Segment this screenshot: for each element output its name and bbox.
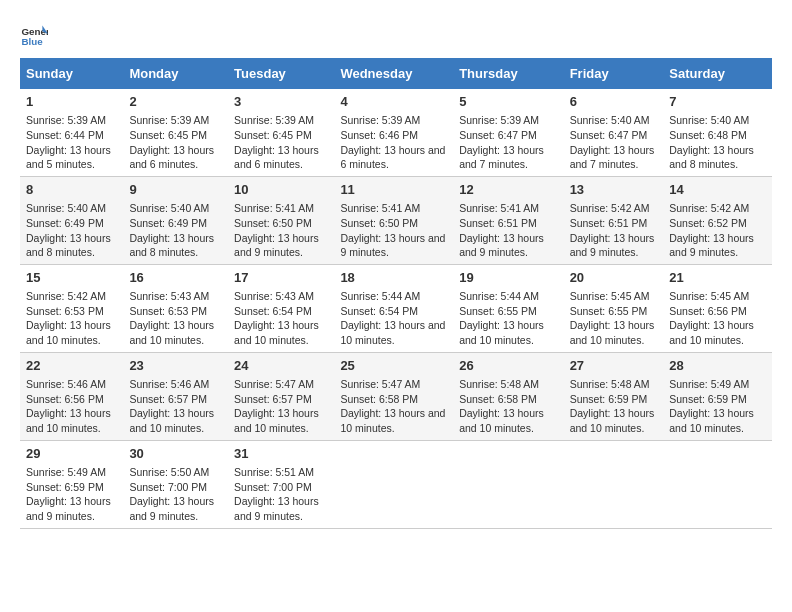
day-info: Sunrise: 5:39 AM Sunset: 6:47 PM Dayligh…: [459, 113, 557, 172]
calendar-body: 1 Sunrise: 5:39 AM Sunset: 6:44 PM Dayli…: [20, 89, 772, 528]
day-info: Sunrise: 5:42 AM Sunset: 6:53 PM Dayligh…: [26, 289, 117, 348]
day-cell: 20 Sunrise: 5:45 AM Sunset: 6:55 PM Dayl…: [564, 264, 664, 352]
day-cell: 1 Sunrise: 5:39 AM Sunset: 6:44 PM Dayli…: [20, 89, 123, 176]
day-cell: 4 Sunrise: 5:39 AM Sunset: 6:46 PM Dayli…: [334, 89, 453, 176]
svg-text:Blue: Blue: [21, 36, 43, 47]
column-header-monday: Monday: [123, 58, 228, 89]
day-number: 6: [570, 93, 658, 111]
day-info: Sunrise: 5:47 AM Sunset: 6:58 PM Dayligh…: [340, 377, 447, 436]
day-info: Sunrise: 5:39 AM Sunset: 6:45 PM Dayligh…: [129, 113, 222, 172]
column-header-saturday: Saturday: [663, 58, 772, 89]
day-cell: 6 Sunrise: 5:40 AM Sunset: 6:47 PM Dayli…: [564, 89, 664, 176]
day-info: Sunrise: 5:45 AM Sunset: 6:55 PM Dayligh…: [570, 289, 658, 348]
day-info: Sunrise: 5:46 AM Sunset: 6:57 PM Dayligh…: [129, 377, 222, 436]
day-info: Sunrise: 5:40 AM Sunset: 6:49 PM Dayligh…: [129, 201, 222, 260]
day-info: Sunrise: 5:48 AM Sunset: 6:58 PM Dayligh…: [459, 377, 557, 436]
day-info: Sunrise: 5:40 AM Sunset: 6:49 PM Dayligh…: [26, 201, 117, 260]
day-info: Sunrise: 5:39 AM Sunset: 6:46 PM Dayligh…: [340, 113, 447, 172]
day-number: 27: [570, 357, 658, 375]
logo-icon: General Blue: [20, 20, 48, 48]
day-number: 11: [340, 181, 447, 199]
day-info: Sunrise: 5:41 AM Sunset: 6:51 PM Dayligh…: [459, 201, 557, 260]
day-number: 26: [459, 357, 557, 375]
day-number: 2: [129, 93, 222, 111]
day-number: 23: [129, 357, 222, 375]
week-row-5: 29 Sunrise: 5:49 AM Sunset: 6:59 PM Dayl…: [20, 440, 772, 528]
logo: General Blue: [20, 20, 52, 48]
day-info: Sunrise: 5:41 AM Sunset: 6:50 PM Dayligh…: [234, 201, 328, 260]
day-cell: 14 Sunrise: 5:42 AM Sunset: 6:52 PM Dayl…: [663, 176, 772, 264]
calendar-header: SundayMondayTuesdayWednesdayThursdayFrid…: [20, 58, 772, 89]
day-info: Sunrise: 5:49 AM Sunset: 6:59 PM Dayligh…: [669, 377, 766, 436]
day-cell: 21 Sunrise: 5:45 AM Sunset: 6:56 PM Dayl…: [663, 264, 772, 352]
day-number: 13: [570, 181, 658, 199]
day-cell: [453, 440, 563, 528]
day-number: 25: [340, 357, 447, 375]
day-cell: [663, 440, 772, 528]
day-cell: 16 Sunrise: 5:43 AM Sunset: 6:53 PM Dayl…: [123, 264, 228, 352]
day-number: 19: [459, 269, 557, 287]
day-info: Sunrise: 5:42 AM Sunset: 6:51 PM Dayligh…: [570, 201, 658, 260]
day-info: Sunrise: 5:51 AM Sunset: 7:00 PM Dayligh…: [234, 465, 328, 524]
column-header-friday: Friday: [564, 58, 664, 89]
day-number: 8: [26, 181, 117, 199]
header-row: SundayMondayTuesdayWednesdayThursdayFrid…: [20, 58, 772, 89]
day-number: 20: [570, 269, 658, 287]
day-number: 31: [234, 445, 328, 463]
day-number: 21: [669, 269, 766, 287]
day-info: Sunrise: 5:47 AM Sunset: 6:57 PM Dayligh…: [234, 377, 328, 436]
day-number: 16: [129, 269, 222, 287]
day-cell: 15 Sunrise: 5:42 AM Sunset: 6:53 PM Dayl…: [20, 264, 123, 352]
column-header-thursday: Thursday: [453, 58, 563, 89]
day-cell: 23 Sunrise: 5:46 AM Sunset: 6:57 PM Dayl…: [123, 352, 228, 440]
day-cell: 26 Sunrise: 5:48 AM Sunset: 6:58 PM Dayl…: [453, 352, 563, 440]
day-cell: 17 Sunrise: 5:43 AM Sunset: 6:54 PM Dayl…: [228, 264, 334, 352]
day-cell: 30 Sunrise: 5:50 AM Sunset: 7:00 PM Dayl…: [123, 440, 228, 528]
day-info: Sunrise: 5:50 AM Sunset: 7:00 PM Dayligh…: [129, 465, 222, 524]
day-number: 3: [234, 93, 328, 111]
day-number: 7: [669, 93, 766, 111]
day-number: 29: [26, 445, 117, 463]
day-cell: 31 Sunrise: 5:51 AM Sunset: 7:00 PM Dayl…: [228, 440, 334, 528]
day-number: 4: [340, 93, 447, 111]
day-number: 1: [26, 93, 117, 111]
day-number: 10: [234, 181, 328, 199]
day-cell: 19 Sunrise: 5:44 AM Sunset: 6:55 PM Dayl…: [453, 264, 563, 352]
calendar-table: SundayMondayTuesdayWednesdayThursdayFrid…: [20, 58, 772, 529]
day-cell: 9 Sunrise: 5:40 AM Sunset: 6:49 PM Dayli…: [123, 176, 228, 264]
day-info: Sunrise: 5:43 AM Sunset: 6:53 PM Dayligh…: [129, 289, 222, 348]
day-info: Sunrise: 5:40 AM Sunset: 6:47 PM Dayligh…: [570, 113, 658, 172]
page-header: General Blue: [20, 20, 772, 48]
day-info: Sunrise: 5:46 AM Sunset: 6:56 PM Dayligh…: [26, 377, 117, 436]
day-cell: 11 Sunrise: 5:41 AM Sunset: 6:50 PM Dayl…: [334, 176, 453, 264]
day-info: Sunrise: 5:41 AM Sunset: 6:50 PM Dayligh…: [340, 201, 447, 260]
day-number: 9: [129, 181, 222, 199]
day-cell: [334, 440, 453, 528]
day-info: Sunrise: 5:42 AM Sunset: 6:52 PM Dayligh…: [669, 201, 766, 260]
day-number: 18: [340, 269, 447, 287]
column-header-sunday: Sunday: [20, 58, 123, 89]
column-header-tuesday: Tuesday: [228, 58, 334, 89]
day-cell: 27 Sunrise: 5:48 AM Sunset: 6:59 PM Dayl…: [564, 352, 664, 440]
day-number: 14: [669, 181, 766, 199]
day-cell: [564, 440, 664, 528]
week-row-3: 15 Sunrise: 5:42 AM Sunset: 6:53 PM Dayl…: [20, 264, 772, 352]
day-number: 5: [459, 93, 557, 111]
day-number: 12: [459, 181, 557, 199]
day-cell: 5 Sunrise: 5:39 AM Sunset: 6:47 PM Dayli…: [453, 89, 563, 176]
day-info: Sunrise: 5:44 AM Sunset: 6:54 PM Dayligh…: [340, 289, 447, 348]
day-cell: 25 Sunrise: 5:47 AM Sunset: 6:58 PM Dayl…: [334, 352, 453, 440]
day-cell: 29 Sunrise: 5:49 AM Sunset: 6:59 PM Dayl…: [20, 440, 123, 528]
day-cell: 2 Sunrise: 5:39 AM Sunset: 6:45 PM Dayli…: [123, 89, 228, 176]
day-number: 28: [669, 357, 766, 375]
day-info: Sunrise: 5:39 AM Sunset: 6:44 PM Dayligh…: [26, 113, 117, 172]
day-number: 24: [234, 357, 328, 375]
day-info: Sunrise: 5:49 AM Sunset: 6:59 PM Dayligh…: [26, 465, 117, 524]
day-info: Sunrise: 5:39 AM Sunset: 6:45 PM Dayligh…: [234, 113, 328, 172]
column-header-wednesday: Wednesday: [334, 58, 453, 89]
day-number: 17: [234, 269, 328, 287]
day-info: Sunrise: 5:40 AM Sunset: 6:48 PM Dayligh…: [669, 113, 766, 172]
week-row-1: 1 Sunrise: 5:39 AM Sunset: 6:44 PM Dayli…: [20, 89, 772, 176]
day-cell: 3 Sunrise: 5:39 AM Sunset: 6:45 PM Dayli…: [228, 89, 334, 176]
day-cell: 7 Sunrise: 5:40 AM Sunset: 6:48 PM Dayli…: [663, 89, 772, 176]
